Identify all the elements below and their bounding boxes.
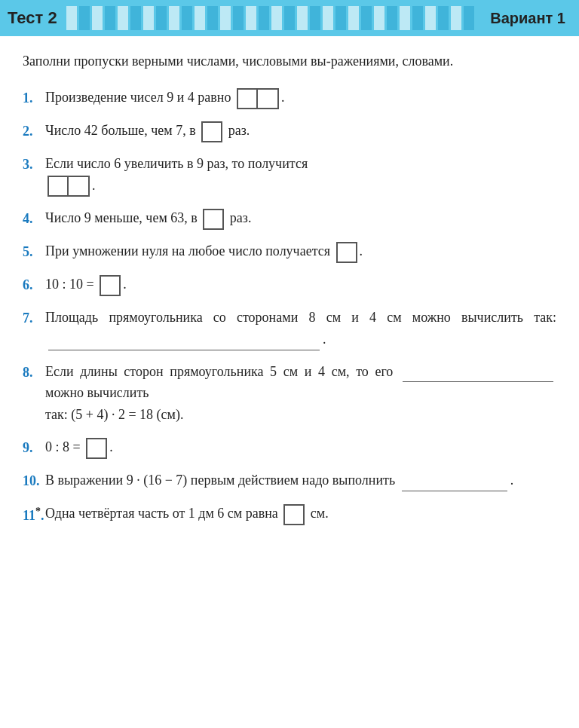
q5-text: При умножении нуля на любое число получа… <box>45 240 556 263</box>
q1-answer-box[interactable] <box>237 88 279 109</box>
question-7: 7. Площадь прямоугольника со сторонами 8… <box>23 307 556 350</box>
q11-text: Одна четвёртая часть от 1 дм 6 см равна … <box>45 503 556 525</box>
q10-number: 10. <box>23 470 45 492</box>
stripe <box>79 6 90 30</box>
q6-answer-box[interactable] <box>100 275 121 296</box>
q1-cell2 <box>258 90 277 108</box>
q3-cell2 <box>69 177 88 195</box>
stripe <box>425 6 436 30</box>
stripe <box>143 6 154 30</box>
stripe <box>195 6 205 30</box>
q9-text: 0 : 8 = . <box>45 436 556 459</box>
stripe <box>118 6 128 30</box>
question-5: 5. При умножении нуля на любое число пол… <box>23 240 556 263</box>
stripe <box>464 6 474 30</box>
stripe <box>335 6 346 30</box>
stripe <box>105 6 115 30</box>
q1-number: 1. <box>23 87 45 109</box>
q8-answer-line[interactable] <box>403 367 553 382</box>
q7-text: Площадь прямоугольника со сторонами 8 см… <box>45 307 556 350</box>
instruction-text: Заполни пропуски верными числами, числов… <box>23 51 556 72</box>
header-left: Тест 2 <box>8 8 57 28</box>
q3-text: Если число 6 увеличить в 9 раз, то получ… <box>45 153 556 197</box>
stripe <box>310 6 320 30</box>
q3-cell1 <box>49 177 69 195</box>
header: Тест 2 Вариант 1 <box>0 0 579 36</box>
stripe <box>374 6 384 30</box>
question-10: 10. В выражении 9 · (16 − 7) первым дейс… <box>23 470 556 492</box>
question-1: 1. Произведение чисел 9 и 4 равно . <box>23 87 556 109</box>
stripe <box>284 6 295 30</box>
stripe <box>400 6 410 30</box>
q8-number: 8. <box>23 361 45 384</box>
stripe <box>259 6 269 30</box>
stripe <box>156 6 167 30</box>
stripe <box>271 6 282 30</box>
q2-number: 2. <box>23 120 45 142</box>
stripe <box>92 6 103 30</box>
q8-text: Если длины сторон прямоугольника 5 см и … <box>45 361 556 426</box>
stripe <box>412 6 423 30</box>
variant-label: Вариант 1 <box>490 10 565 27</box>
stripe <box>323 6 333 30</box>
stripe <box>207 6 218 30</box>
q10-text: В выражении 9 · (16 − 7) первым действие… <box>45 470 556 491</box>
q7-answer-line[interactable] <box>48 335 320 350</box>
questions-list: 1. Произведение чисел 9 и 4 равно . 2. Ч… <box>23 87 556 527</box>
q4-number: 4. <box>23 207 45 230</box>
question-4: 4. Число 9 меньше, чем 63, в раз. <box>23 207 556 230</box>
q9-answer-box[interactable] <box>86 438 107 459</box>
q3-answer-box[interactable] <box>47 176 90 197</box>
stripe <box>182 6 192 30</box>
question-8: 8. Если длины сторон прямоугольника 5 см… <box>23 361 556 426</box>
q10-answer-line[interactable] <box>402 476 507 491</box>
question-6: 6. 10 : 10 = . <box>23 274 556 296</box>
question-11: 11*. Одна четвёртая часть от 1 дм 6 см р… <box>23 503 556 527</box>
q5-number: 5. <box>23 240 45 263</box>
test-title: Тест 2 <box>8 8 57 28</box>
q4-text: Число 9 меньше, чем 63, в раз. <box>45 207 556 230</box>
q4-answer-box[interactable] <box>203 209 224 230</box>
question-3: 3. Если число 6 увеличить в 9 раз, то по… <box>23 153 556 197</box>
stripe <box>361 6 372 30</box>
stripe <box>66 6 77 30</box>
q5-answer-box[interactable] <box>336 242 357 263</box>
question-2: 2. Число 42 больше, чем 7, в раз. <box>23 120 556 142</box>
stripe <box>246 6 256 30</box>
q11-answer-box[interactable] <box>283 504 305 525</box>
q2-answer-box[interactable] <box>201 121 222 142</box>
stripe <box>438 6 449 30</box>
q1-cell1 <box>238 90 258 108</box>
stripe <box>387 6 397 30</box>
q6-text: 10 : 10 = . <box>45 274 556 296</box>
stripe <box>451 6 461 30</box>
q11-number: 11*. <box>23 503 45 527</box>
q1-text: Произведение чисел 9 и 4 равно . <box>45 87 556 109</box>
header-stripes <box>66 6 482 30</box>
stripe <box>220 6 231 30</box>
q6-number: 6. <box>23 274 45 296</box>
q2-text: Число 42 больше, чем 7, в раз. <box>45 120 556 142</box>
stripe <box>233 6 244 30</box>
q7-number: 7. <box>23 307 45 329</box>
question-9: 9. 0 : 8 = . <box>23 436 556 459</box>
q3-number: 3. <box>23 153 45 176</box>
stripe <box>348 6 359 30</box>
stripe <box>297 6 308 30</box>
q9-number: 9. <box>23 436 45 459</box>
stripe <box>169 6 179 30</box>
stripe <box>130 6 141 30</box>
q11-star: * <box>35 506 41 517</box>
content: Заполни пропуски верными числами, числов… <box>0 36 579 542</box>
